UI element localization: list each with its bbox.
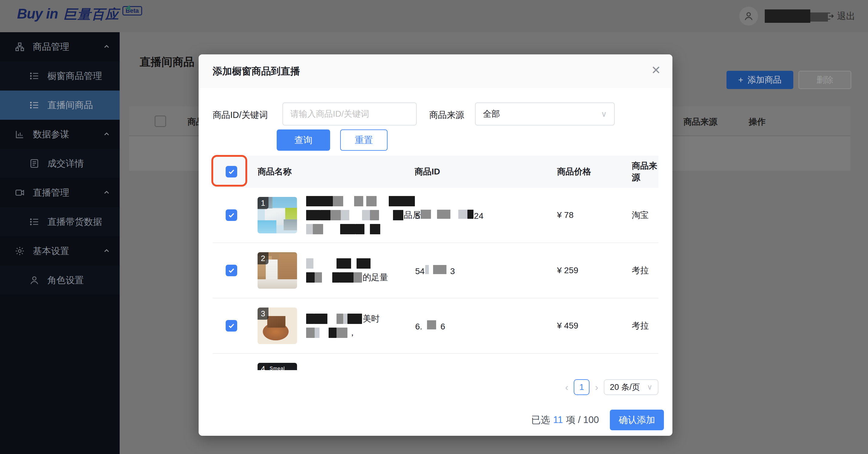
chevron-up-icon	[103, 247, 111, 255]
selected-count: 11	[553, 415, 563, 425]
keyword-input[interactable]	[282, 102, 417, 125]
close-icon[interactable]: ✕	[649, 63, 663, 78]
sitemap-icon	[14, 42, 25, 52]
background-col-name: 商品名称	[187, 116, 199, 128]
check-icon	[228, 168, 235, 175]
sidebar-item-basic-settings[interactable]: 基本设置	[0, 236, 120, 266]
product-id: 543	[407, 265, 553, 276]
list-icon	[29, 217, 39, 227]
product-image: 3	[257, 307, 297, 344]
logo-text-cn: 巨量百应	[63, 5, 119, 23]
row-number-badge: 3	[257, 307, 269, 320]
prev-page-icon[interactable]: ‹	[565, 382, 568, 392]
row-number-badge: 1	[257, 197, 269, 209]
product-id: 524	[407, 210, 553, 221]
source-select[interactable]: 全部 ∨	[475, 102, 615, 125]
confirm-add-button[interactable]: 确认添加	[610, 410, 664, 430]
sidebar-item-product-management[interactable]: 商品管理	[0, 32, 120, 61]
keyword-label: 商品ID/关键词	[213, 109, 268, 121]
page-title: 直播间商品	[140, 55, 194, 69]
chevron-up-icon	[103, 188, 111, 196]
product-id: 6.6	[407, 320, 553, 332]
check-icon	[228, 322, 235, 329]
background-col-action: 操作	[749, 116, 766, 128]
modal-table-header: 商品名称 商品ID 商品价格 商品来源	[213, 156, 658, 188]
table-row: 4 Smeal Smeal代餐奶昔奶茶粉低含	[213, 354, 658, 370]
page-number-button[interactable]: 1	[574, 379, 589, 395]
row-checkbox[interactable]	[226, 265, 237, 276]
check-icon	[228, 212, 235, 219]
page-size-value: 20 条/页	[610, 382, 640, 393]
page-size-select[interactable]: 20 条/页 ∨	[604, 379, 658, 395]
add-products-modal: 添加橱窗商品到直播 ✕ 商品ID/关键词 商品来源 全部 ∨ 查询 重置 商品名…	[198, 54, 673, 436]
logo-text-en: Buy in	[17, 5, 58, 22]
product-name-redacted: 美时 ，	[306, 312, 380, 340]
sidebar-item-live-sales-data[interactable]: 直播带货数据	[0, 207, 120, 236]
sidebar-item-data-advisor[interactable]: 数据参谋	[0, 120, 120, 149]
sidebar-item-transaction-details[interactable]: 成交详情	[0, 149, 120, 178]
user-avatar-icon[interactable]	[739, 7, 758, 26]
product-name-redacted: 的足量	[306, 256, 389, 284]
col-header-name: 商品名称	[250, 166, 407, 178]
row-number-badge: 2	[257, 252, 269, 264]
logout-label: 退出	[837, 10, 855, 23]
product-price: ¥ 78	[553, 210, 632, 220]
app-root: Buy in 巨量百应 Beta 退出 商品管理 橱窗商品管理	[0, 0, 868, 454]
product-price: ¥ 459	[553, 321, 632, 331]
col-header-id: 商品ID	[407, 166, 553, 178]
background-col-source: 商品来源	[683, 116, 717, 128]
header-user-area: 退出	[739, 0, 855, 32]
table-row: 3 美时 ， 6.6 ¥ 459 考拉	[213, 298, 658, 354]
col-header-source: 商品来源	[632, 160, 658, 183]
source-label: 商品来源	[429, 109, 464, 121]
row-checkbox[interactable]	[226, 320, 237, 332]
username-redacted	[765, 9, 810, 23]
product-source: 淘宝	[632, 209, 658, 221]
sidebar-item-window-products[interactable]: 橱窗商品管理	[0, 61, 120, 91]
reset-button[interactable]: 重置	[340, 129, 388, 151]
product-source: 考拉	[632, 265, 658, 276]
delete-button[interactable]: 删除	[799, 71, 851, 89]
gear-icon	[14, 246, 25, 256]
table-row: 2 的足量 543 ¥ 259 考拉	[213, 243, 658, 298]
row-number-badge: 4	[257, 363, 269, 370]
chevron-up-icon	[103, 130, 111, 138]
select-all-checkbox[interactable]	[226, 166, 237, 178]
video-camera-icon	[14, 187, 25, 198]
product-name-redacted: 品居	[306, 194, 422, 236]
plus-icon: +	[738, 75, 743, 85]
background-select-all-checkbox[interactable]	[155, 116, 166, 127]
product-image: 4 Smeal	[257, 363, 297, 370]
table-row: 1 品居 524 ¥ 78 淘宝	[213, 188, 658, 243]
selection-summary: 已选 11 项 / 100	[531, 414, 599, 426]
chevron-up-icon	[103, 42, 111, 51]
sidebar-item-live-management[interactable]: 直播管理	[0, 178, 120, 207]
source-select-value: 全部	[483, 108, 500, 120]
add-product-button[interactable]: + 添加商品	[726, 71, 793, 89]
buyin-logo: Buy in 巨量百应 Beta	[17, 5, 142, 23]
sidebar-item-role-settings[interactable]: 角色设置	[0, 266, 120, 295]
logout-button[interactable]: 退出	[825, 10, 855, 23]
modal-title: 添加橱窗商品到直播	[213, 65, 300, 78]
chevron-down-icon: ∨	[601, 110, 607, 119]
product-image: 2	[257, 252, 297, 289]
document-icon	[29, 158, 39, 169]
person-icon	[29, 275, 39, 285]
col-header-price: 商品价格	[553, 166, 632, 178]
product-source: 考拉	[632, 320, 658, 332]
modal-footer: 已选 11 项 / 100 确认添加	[531, 409, 664, 431]
query-button[interactable]: 查询	[277, 129, 330, 151]
list-icon	[29, 71, 39, 81]
product-brand-text: Smeal	[270, 366, 285, 370]
check-icon	[228, 267, 235, 274]
top-header: Buy in 巨量百应 Beta 退出	[0, 0, 868, 32]
chevron-down-icon: ∨	[647, 383, 652, 391]
product-image: 1	[257, 197, 297, 233]
sidebar-item-live-room-products[interactable]: 直播间商品	[0, 91, 120, 120]
pagination: ‹ 1 › 20 条/页 ∨	[565, 379, 658, 395]
sidebar-nav: 商品管理 橱窗商品管理 直播间商品 数据参谋 成交详情 直播管理 直播带货数据	[0, 32, 120, 454]
list-icon	[29, 100, 39, 110]
row-checkbox[interactable]	[226, 209, 237, 221]
bar-chart-icon	[14, 129, 25, 140]
next-page-icon[interactable]: ›	[595, 382, 598, 392]
